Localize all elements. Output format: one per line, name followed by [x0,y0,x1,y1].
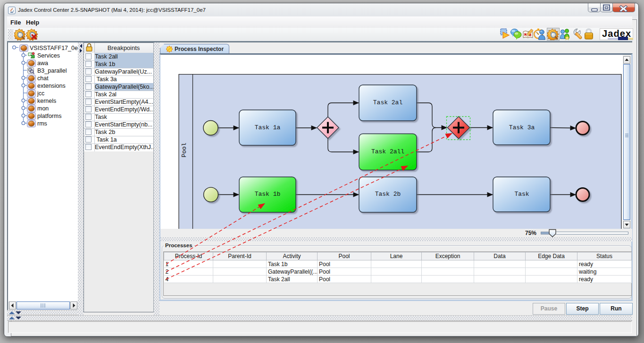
svg-text:Task 3a: Task 3a [509,124,535,131]
svg-text:Task 1a: Task 1a [255,124,281,131]
svg-text:Task 2b: Task 2b [375,191,401,198]
svg-text:Task: Task [514,191,529,198]
svg-text:Task 2all: Task 2all [371,148,404,155]
svg-text:Task 2al: Task 2al [373,99,403,106]
svg-text:Pool: Pool [181,142,188,157]
svg-text:Task 1b: Task 1b [255,191,281,198]
